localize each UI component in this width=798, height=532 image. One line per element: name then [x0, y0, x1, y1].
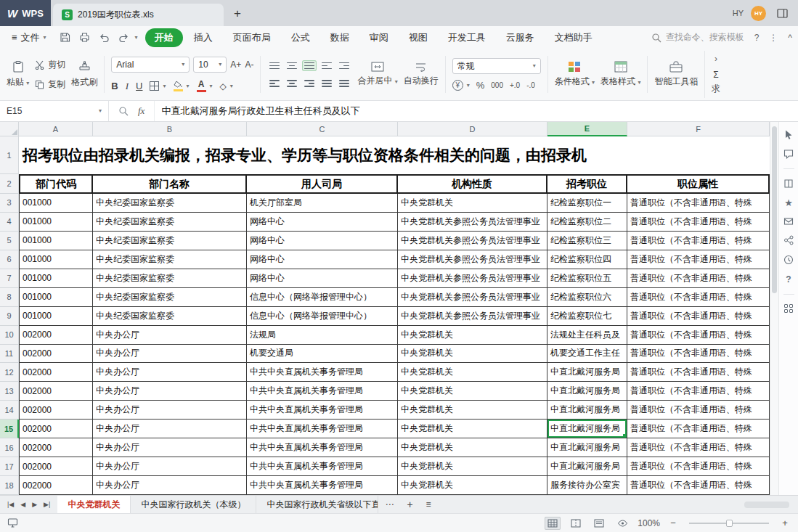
insert-function-button[interactable]: fx — [138, 105, 144, 117]
cell-A10[interactable]: 002000 — [19, 326, 93, 345]
cell-F15[interactable]: 普通职位（不含非通用语、特殊 — [627, 420, 770, 438]
menu-tab-6[interactable]: 审阅 — [360, 28, 398, 47]
cell-B4[interactable]: 中央纪委国家监察委 — [93, 213, 247, 232]
shrink-font-button[interactable]: A- — [245, 60, 253, 70]
merge-center-button[interactable]: 合并居中 ▾ — [357, 62, 397, 87]
cell-A6[interactable]: 001000 — [19, 250, 93, 269]
last-sheet-icon[interactable]: ▶| — [44, 501, 50, 508]
menu-tab-4[interactable]: 公式 — [282, 28, 319, 47]
cell-C17[interactable]: 中共中央直属机关事务管理局 — [247, 457, 398, 476]
name-box[interactable]: E15 ▾ — [0, 101, 109, 121]
ribbon-scroll-right-icon[interactable]: › — [714, 54, 717, 64]
cell-F12[interactable]: 普通职位（不含非通用语、特殊 — [627, 363, 770, 382]
cell-E7[interactable]: 纪检监察职位五 — [547, 269, 627, 288]
cell-E3[interactable]: 纪检监察职位一 — [547, 194, 627, 213]
cell-D8[interactable]: 中央党群机关参照公务员法管理事业 — [398, 288, 547, 307]
cell-A12[interactable]: 002000 — [19, 363, 93, 382]
merged-title-cell[interactable]: 招考职位由招录机关编报，招录专业、学历等与职位资格条件相关的问题，由招录机 — [19, 136, 770, 174]
cell-F11[interactable]: 普通职位（不含非通用语、特殊 — [627, 345, 770, 364]
cell-A4[interactable]: 001000 — [19, 213, 93, 232]
cell-E11[interactable]: 机要交通工作主任 — [547, 345, 627, 364]
row-header-15[interactable]: 15 — [0, 420, 19, 438]
document-tab[interactable]: S 2019国考职位表.xls — [53, 4, 224, 26]
column-header-B[interactable]: B — [93, 122, 247, 136]
cell-F8[interactable]: 普通职位（不含非通用语、特殊 — [627, 288, 770, 307]
cell-B3[interactable]: 中央纪委国家监察委 — [93, 194, 247, 213]
cell-A5[interactable]: 001000 — [19, 232, 93, 250]
char-shading-button[interactable]: ◇▾ — [220, 81, 233, 91]
cell-C12[interactable]: 中共中央直属机关事务管理局 — [247, 363, 398, 382]
cell-A11[interactable]: 002000 — [19, 345, 93, 364]
cell-D18[interactable]: 中央党群机关 — [398, 476, 547, 495]
apps-grid-icon[interactable] — [784, 304, 793, 313]
column-header-C[interactable]: C — [247, 122, 398, 136]
row-header-8[interactable]: 8 — [0, 288, 19, 307]
bold-button[interactable]: B — [111, 81, 118, 91]
italic-button[interactable]: I — [126, 81, 129, 92]
cell-C10[interactable]: 法规局 — [247, 326, 398, 345]
share-icon[interactable] — [783, 235, 794, 245]
row-header-16[interactable]: 16 — [0, 438, 19, 457]
table-header-cell-6[interactable]: 职位属性 — [627, 174, 770, 194]
file-menu-button[interactable]: ≡ 文件 ▾ — [6, 31, 52, 44]
menu-tab-10[interactable]: 文档助手 — [545, 28, 602, 47]
sheet-list-button[interactable]: ≡ — [420, 496, 438, 513]
cell-C7[interactable]: 网络中心 — [247, 269, 398, 288]
first-sheet-icon[interactable]: |◀ — [7, 501, 14, 508]
cell-A3[interactable]: 001000 — [19, 194, 93, 213]
row-header-1[interactable]: 1 — [0, 136, 19, 174]
cell-B13[interactable]: 中央办公厅 — [93, 382, 247, 401]
next-sheet-icon[interactable]: ▶ — [32, 501, 37, 508]
column-header-A[interactable]: A — [19, 122, 93, 136]
wrap-text-button[interactable]: 自动换行 — [404, 62, 439, 87]
cell-E10[interactable]: 法规处主任科员及 — [547, 326, 627, 345]
cell-A7[interactable]: 001000 — [19, 269, 93, 288]
increase-indent-icon[interactable] — [337, 60, 351, 72]
more-sheets-button[interactable]: ⋯ — [378, 496, 400, 513]
cell-D16[interactable]: 中央党群机关 — [398, 438, 547, 457]
copy-button[interactable]: 复制 — [35, 78, 65, 91]
row-header-3[interactable]: 3 — [0, 194, 19, 213]
number-format-select[interactable]: 常规▾ — [452, 58, 541, 74]
cell-C9[interactable]: 信息中心（网络举报管理中心） — [247, 307, 398, 326]
cell-B7[interactable]: 中央纪委国家监察委 — [93, 269, 247, 288]
decrease-indent-icon[interactable] — [319, 60, 334, 72]
row-header-4[interactable]: 4 — [0, 213, 19, 232]
cell-B16[interactable]: 中央办公厅 — [93, 438, 247, 457]
align-middle-icon[interactable] — [285, 60, 299, 72]
magnifier-icon[interactable] — [118, 106, 129, 116]
distributed-icon[interactable] — [337, 78, 351, 89]
cell-F5[interactable]: 普通职位（不含非通用语、特殊 — [627, 232, 770, 250]
formula-input[interactable]: 中直北戴河服务局行政处卫生科主任科员及以下 — [155, 105, 798, 118]
cell-A14[interactable]: 002000 — [19, 401, 93, 420]
row-header-7[interactable]: 7 — [0, 269, 19, 288]
row-header-6[interactable]: 6 — [0, 250, 19, 269]
cell-B15[interactable]: 中央办公厅 — [93, 420, 247, 438]
cell-C16[interactable]: 中共中央直属机关事务管理局 — [247, 438, 398, 457]
cell-C8[interactable]: 信息中心（网络举报管理中心） — [247, 288, 398, 307]
cell-B17[interactable]: 中央办公厅 — [93, 457, 247, 476]
cell-F18[interactable]: 普通职位（不含非通用语、特殊 — [627, 476, 770, 495]
new-document-tab-button[interactable]: + — [234, 7, 241, 20]
cell-A17[interactable]: 002000 — [19, 457, 93, 476]
font-size-select[interactable]: 10▾ — [193, 57, 227, 73]
save-button[interactable] — [57, 30, 74, 46]
sum-button[interactable]: Σ 求 — [712, 70, 720, 95]
zoom-slider-thumb[interactable] — [726, 520, 733, 527]
menu-tab-9[interactable]: 云服务 — [497, 28, 544, 47]
cell-B9[interactable]: 中央纪委国家监察委 — [93, 307, 247, 326]
cell-B18[interactable]: 中央办公厅 — [93, 476, 247, 495]
select-all-corner[interactable] — [0, 122, 19, 136]
star-icon[interactable]: ★ — [784, 198, 793, 208]
cell-F7[interactable]: 普通职位（不含非通用语、特殊 — [627, 269, 770, 288]
zoom-level-label[interactable]: 100% — [638, 518, 660, 528]
fill-color-button[interactable]: ▾ — [174, 81, 190, 91]
cell-E8[interactable]: 纪检监察职位六 — [547, 288, 627, 307]
help-icon[interactable]: ? — [786, 274, 791, 285]
sheet-tab-1[interactable]: 中央党群机关 — [57, 496, 131, 513]
page-layout-view-button[interactable] — [591, 517, 607, 530]
row-header-2[interactable]: 2 — [0, 174, 19, 194]
vertical-scrollbar[interactable] — [770, 122, 778, 495]
cell-F4[interactable]: 普通职位（不含非通用语、特殊 — [627, 213, 770, 232]
cursor-icon[interactable] — [783, 129, 794, 139]
